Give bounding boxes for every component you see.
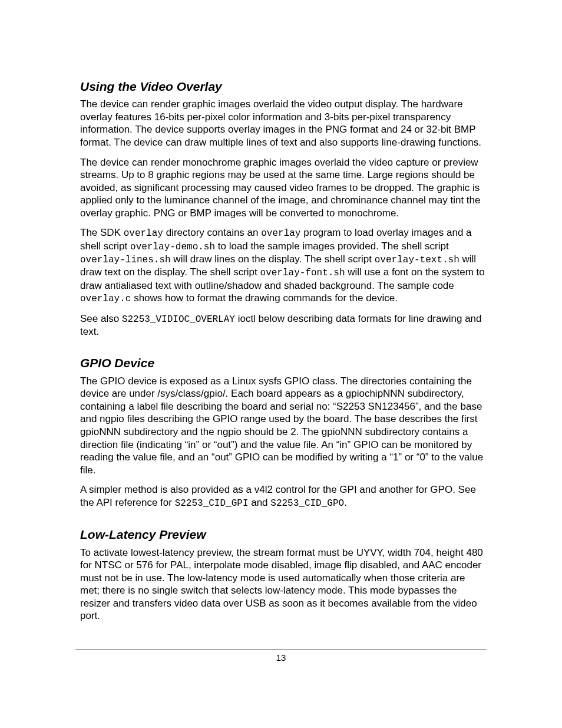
text-run: The SDK: [80, 227, 124, 238]
code-overlay-prog: overlay: [261, 228, 300, 239]
text-run: shows how to format the drawing commands…: [131, 292, 398, 304]
page-number: 13: [276, 653, 286, 663]
code-overlay-demo-sh: overlay-demo.sh: [130, 242, 215, 252]
text-run: to load the sample images provided. The …: [215, 241, 449, 252]
code-s2253-cid-gpo: S2253_CID_GPO: [270, 498, 344, 509]
text-run: See also: [80, 313, 122, 324]
code-overlay-text-sh: overlay-text.sh: [375, 255, 459, 265]
code-overlay-lines-sh: overlay-lines.sh: [80, 255, 171, 265]
paragraph-gpio-2: A simpler method is also provided as a v…: [80, 483, 487, 509]
heading-low-latency-preview: Low-Latency Preview: [80, 527, 487, 542]
code-s2253-vidioc-overlay: S2253_VIDIOC_OVERLAY: [122, 314, 235, 325]
paragraph-lowlat-1: To activate lowest-latency preview, the …: [80, 546, 487, 622]
text-run: .: [344, 497, 347, 508]
page-footer: 13: [75, 650, 487, 663]
code-overlay-font-sh: overlay-font.sh: [260, 268, 345, 278]
page-container: Using the Video Overlay The device can r…: [0, 0, 562, 728]
paragraph-overlay-3: The SDK overlay directory contains an ov…: [80, 226, 487, 305]
paragraph-overlay-4: See also S2253_VIDIOC_OVERLAY ioctl belo…: [80, 312, 487, 338]
text-run: directory contains an: [163, 227, 261, 238]
code-overlay-dir: overlay: [124, 228, 163, 239]
heading-using-video-overlay: Using the Video Overlay: [80, 79, 487, 94]
paragraph-overlay-2: The device can render monochrome graphic…: [80, 156, 487, 220]
text-run: and: [248, 497, 270, 508]
paragraph-overlay-1: The device can render graphic images ove…: [80, 98, 487, 149]
footer-divider: [75, 650, 487, 650]
paragraph-gpio-1: The GPIO device is exposed as a Linux sy…: [80, 375, 487, 477]
code-s2253-cid-gpi: S2253_CID_GPI: [175, 498, 249, 509]
code-overlay-c: overlay.c: [80, 294, 131, 304]
heading-gpio-device: GPIO Device: [80, 355, 487, 371]
text-run: will draw lines on the display. The shel…: [171, 253, 375, 265]
